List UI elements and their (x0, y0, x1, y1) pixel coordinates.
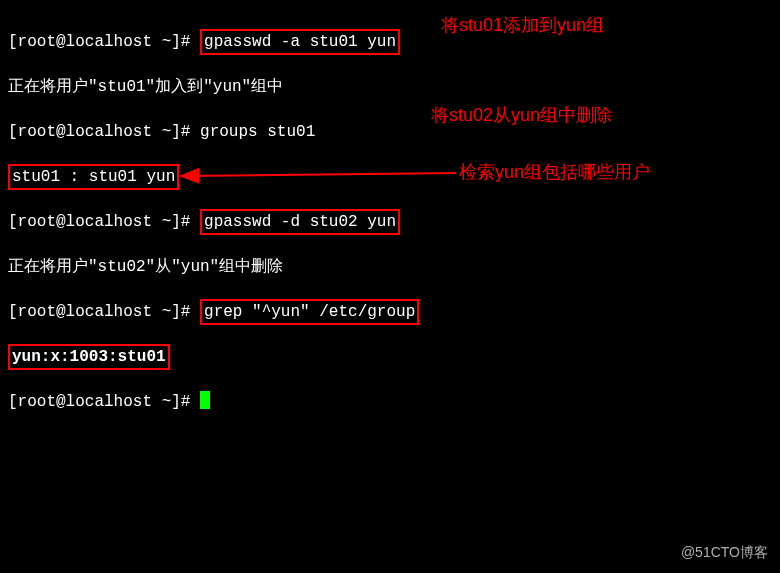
watermark: @51CTO博客 (681, 541, 768, 564)
terminal-line: [root@localhost ~]# grep "^yun" /etc/gro… (8, 301, 776, 324)
terminal-line: 正在将用户"stu02"从"yun"组中删除 (8, 256, 776, 279)
cursor (200, 391, 210, 409)
prompt: [root@localhost ~]# (8, 393, 200, 411)
terminal-line: yun:x:1003:stu01 (8, 346, 776, 369)
output-box: stu01 : stu01 yun (8, 164, 179, 191)
command-box: gpasswd -d stu02 yun (200, 209, 400, 236)
command-box: grep "^yun" /etc/group (200, 299, 419, 326)
annotation-label: 检索yun组包括哪些用户 (459, 161, 650, 184)
terminal-line: [root@localhost ~]# groups stu01 (8, 121, 776, 144)
terminal-line: stu01 : stu01 yun (8, 166, 776, 189)
terminal-line: [root@localhost ~]# (8, 391, 776, 414)
annotation-label: 将stu01添加到yun组 (441, 14, 604, 37)
prompt: [root@localhost ~]# (8, 123, 200, 141)
output-box: yun:x:1003:stu01 (8, 344, 170, 371)
prompt: [root@localhost ~]# (8, 303, 200, 321)
terminal-line: [root@localhost ~]# gpasswd -d stu02 yun (8, 211, 776, 234)
annotation-label: 将stu02从yun组中删除 (431, 104, 612, 127)
terminal-output: [root@localhost ~]# gpasswd -a stu01 yun… (0, 0, 780, 436)
command-box: gpasswd -a stu01 yun (200, 29, 400, 56)
terminal-line: [root@localhost ~]# gpasswd -a stu01 yun (8, 31, 776, 54)
terminal-line: 正在将用户"stu01"加入到"yun"组中 (8, 76, 776, 99)
command-text: groups stu01 (200, 123, 315, 141)
prompt: [root@localhost ~]# (8, 213, 200, 231)
prompt: [root@localhost ~]# (8, 33, 200, 51)
